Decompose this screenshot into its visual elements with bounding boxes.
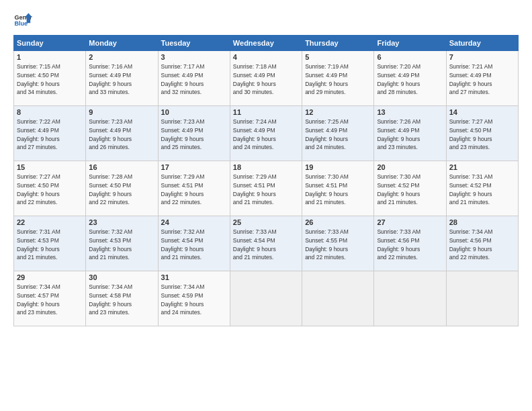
calendar-week-2: 8Sunrise: 7:22 AM Sunset: 4:49 PM Daylig… <box>14 106 519 161</box>
day-info: Sunrise: 7:33 AM Sunset: 4:54 PM Dayligh… <box>233 228 277 261</box>
calendar-day: 17Sunrise: 7:29 AM Sunset: 4:51 PM Dayli… <box>158 161 230 216</box>
day-number: 25 <box>233 218 299 226</box>
calendar-day: 24Sunrise: 7:32 AM Sunset: 4:54 PM Dayli… <box>158 216 230 271</box>
calendar-day: 20Sunrise: 7:30 AM Sunset: 4:52 PM Dayli… <box>374 161 446 216</box>
calendar-day: 30Sunrise: 7:34 AM Sunset: 4:58 PM Dayli… <box>86 271 158 326</box>
header-thursday: Thursday <box>302 36 374 51</box>
day-number: 30 <box>89 273 154 281</box>
day-info: Sunrise: 7:15 AM Sunset: 4:50 PM Dayligh… <box>17 63 60 95</box>
day-info: Sunrise: 7:21 AM Sunset: 4:49 PM Dayligh… <box>449 63 493 95</box>
day-info: Sunrise: 7:34 AM Sunset: 4:57 PM Dayligh… <box>17 283 60 316</box>
day-info: Sunrise: 7:17 AM Sunset: 4:49 PM Dayligh… <box>161 63 205 95</box>
day-info: Sunrise: 7:25 AM Sunset: 4:49 PM Dayligh… <box>305 118 349 150</box>
calendar-day: 11Sunrise: 7:24 AM Sunset: 4:49 PM Dayli… <box>230 106 302 161</box>
svg-text:Blue: Blue <box>14 20 28 27</box>
calendar-day: 5Sunrise: 7:19 AM Sunset: 4:49 PM Daylig… <box>302 51 374 106</box>
day-number: 31 <box>161 273 227 281</box>
day-info: Sunrise: 7:22 AM Sunset: 4:49 PM Dayligh… <box>17 118 60 150</box>
calendar-day: 7Sunrise: 7:21 AM Sunset: 4:49 PM Daylig… <box>446 51 518 106</box>
day-info: Sunrise: 7:32 AM Sunset: 4:53 PM Dayligh… <box>89 228 132 261</box>
day-number: 23 <box>89 218 154 226</box>
calendar-day: 14Sunrise: 7:27 AM Sunset: 4:50 PM Dayli… <box>446 106 518 161</box>
calendar-day: 26Sunrise: 7:33 AM Sunset: 4:55 PM Dayli… <box>302 216 374 271</box>
header-saturday: Saturday <box>446 36 518 51</box>
logo-icon: General Blue <box>13 11 32 30</box>
day-info: Sunrise: 7:31 AM Sunset: 4:52 PM Dayligh… <box>449 173 493 205</box>
calendar-week-4: 22Sunrise: 7:31 AM Sunset: 4:53 PM Dayli… <box>14 216 519 271</box>
day-number: 1 <box>17 53 83 61</box>
day-number: 19 <box>305 163 371 171</box>
day-info: Sunrise: 7:34 AM Sunset: 4:59 PM Dayligh… <box>161 283 205 316</box>
calendar-day: 27Sunrise: 7:33 AM Sunset: 4:56 PM Dayli… <box>374 216 446 271</box>
day-number: 27 <box>377 218 443 226</box>
day-number: 26 <box>305 218 371 226</box>
day-number: 28 <box>449 218 515 226</box>
day-info: Sunrise: 7:20 AM Sunset: 4:49 PM Dayligh… <box>377 63 420 95</box>
calendar-day <box>230 271 302 326</box>
logo: General Blue <box>13 11 35 30</box>
day-number: 6 <box>377 53 443 61</box>
day-info: Sunrise: 7:23 AM Sunset: 4:49 PM Dayligh… <box>161 118 205 150</box>
day-number: 7 <box>449 53 515 61</box>
calendar-day: 25Sunrise: 7:33 AM Sunset: 4:54 PM Dayli… <box>230 216 302 271</box>
day-info: Sunrise: 7:16 AM Sunset: 4:49 PM Dayligh… <box>89 63 132 95</box>
calendar-day: 1Sunrise: 7:15 AM Sunset: 4:50 PM Daylig… <box>14 51 86 106</box>
day-number: 16 <box>89 163 154 171</box>
calendar-week-5: 29Sunrise: 7:34 AM Sunset: 4:57 PM Dayli… <box>14 271 519 326</box>
day-info: Sunrise: 7:24 AM Sunset: 4:49 PM Dayligh… <box>233 118 277 150</box>
day-number: 20 <box>377 163 443 171</box>
calendar-day: 21Sunrise: 7:31 AM Sunset: 4:52 PM Dayli… <box>446 161 518 216</box>
day-info: Sunrise: 7:34 AM Sunset: 4:58 PM Dayligh… <box>89 283 132 316</box>
calendar-day <box>302 271 374 326</box>
day-info: Sunrise: 7:27 AM Sunset: 4:50 PM Dayligh… <box>449 118 493 150</box>
calendar-day: 29Sunrise: 7:34 AM Sunset: 4:57 PM Dayli… <box>14 271 86 326</box>
calendar-day: 9Sunrise: 7:23 AM Sunset: 4:49 PM Daylig… <box>86 106 158 161</box>
calendar-day <box>374 271 446 326</box>
calendar-day: 8Sunrise: 7:22 AM Sunset: 4:49 PM Daylig… <box>14 106 86 161</box>
day-number: 9 <box>89 108 154 116</box>
day-number: 12 <box>305 108 371 116</box>
day-info: Sunrise: 7:33 AM Sunset: 4:55 PM Dayligh… <box>305 228 349 261</box>
day-info: Sunrise: 7:30 AM Sunset: 4:51 PM Dayligh… <box>305 173 349 205</box>
calendar-day: 4Sunrise: 7:18 AM Sunset: 4:49 PM Daylig… <box>230 51 302 106</box>
calendar-day <box>446 271 518 326</box>
calendar-day: 18Sunrise: 7:29 AM Sunset: 4:51 PM Dayli… <box>230 161 302 216</box>
day-info: Sunrise: 7:19 AM Sunset: 4:49 PM Dayligh… <box>305 63 349 95</box>
day-number: 3 <box>161 53 227 61</box>
day-info: Sunrise: 7:26 AM Sunset: 4:49 PM Dayligh… <box>377 118 420 150</box>
day-number: 4 <box>233 53 299 61</box>
calendar-day: 2Sunrise: 7:16 AM Sunset: 4:49 PM Daylig… <box>86 51 158 106</box>
day-info: Sunrise: 7:18 AM Sunset: 4:49 PM Dayligh… <box>233 63 277 95</box>
day-info: Sunrise: 7:28 AM Sunset: 4:50 PM Dayligh… <box>89 173 132 205</box>
calendar-day: 28Sunrise: 7:34 AM Sunset: 4:56 PM Dayli… <box>446 216 518 271</box>
day-info: Sunrise: 7:34 AM Sunset: 4:56 PM Dayligh… <box>449 228 493 261</box>
day-info: Sunrise: 7:29 AM Sunset: 4:51 PM Dayligh… <box>161 173 205 205</box>
calendar-week-1: 1Sunrise: 7:15 AM Sunset: 4:50 PM Daylig… <box>14 51 519 106</box>
day-info: Sunrise: 7:32 AM Sunset: 4:54 PM Dayligh… <box>161 228 205 261</box>
header-tuesday: Tuesday <box>158 36 230 51</box>
day-number: 14 <box>449 108 515 116</box>
day-number: 21 <box>449 163 515 171</box>
day-info: Sunrise: 7:29 AM Sunset: 4:51 PM Dayligh… <box>233 173 277 205</box>
day-number: 5 <box>305 53 371 61</box>
calendar-week-3: 15Sunrise: 7:27 AM Sunset: 4:50 PM Dayli… <box>14 161 519 216</box>
header-monday: Monday <box>86 36 158 51</box>
calendar-day: 16Sunrise: 7:28 AM Sunset: 4:50 PM Dayli… <box>86 161 158 216</box>
day-number: 24 <box>161 218 227 226</box>
calendar-day: 23Sunrise: 7:32 AM Sunset: 4:53 PM Dayli… <box>86 216 158 271</box>
calendar-day: 3Sunrise: 7:17 AM Sunset: 4:49 PM Daylig… <box>158 51 230 106</box>
calendar-table: SundayMondayTuesdayWednesdayThursdayFrid… <box>13 35 519 326</box>
calendar-day: 22Sunrise: 7:31 AM Sunset: 4:53 PM Dayli… <box>14 216 86 271</box>
day-number: 22 <box>17 218 83 226</box>
header-wednesday: Wednesday <box>230 36 302 51</box>
calendar-day: 10Sunrise: 7:23 AM Sunset: 4:49 PM Dayli… <box>158 106 230 161</box>
day-number: 18 <box>233 163 299 171</box>
day-number: 17 <box>161 163 227 171</box>
header-sunday: Sunday <box>14 36 86 51</box>
day-info: Sunrise: 7:33 AM Sunset: 4:56 PM Dayligh… <box>377 228 420 261</box>
calendar-day: 12Sunrise: 7:25 AM Sunset: 4:49 PM Dayli… <box>302 106 374 161</box>
day-number: 13 <box>377 108 443 116</box>
calendar-day: 6Sunrise: 7:20 AM Sunset: 4:49 PM Daylig… <box>374 51 446 106</box>
day-number: 8 <box>17 108 83 116</box>
day-info: Sunrise: 7:27 AM Sunset: 4:50 PM Dayligh… <box>17 173 60 205</box>
